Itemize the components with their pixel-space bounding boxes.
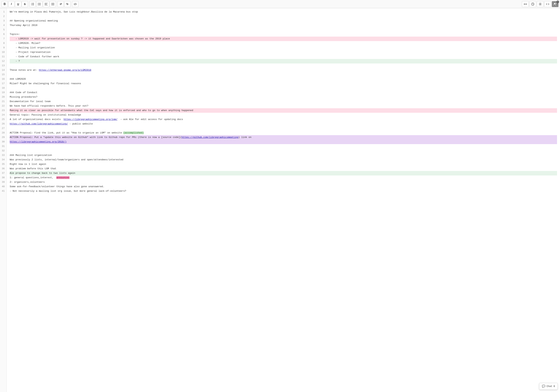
line-25: A lot of organizational docs exists http… [10,117,557,122]
line-number-38: 38 [0,175,5,180]
line-13 [10,63,557,68]
line-11: - Code of Conduct further work [10,54,557,59]
redo-button[interactable]: ↻ [64,1,70,7]
line-9: - Mailing list organization [10,46,557,50]
line-number-14: 14 [0,68,5,72]
unordered-list-button[interactable] [36,1,42,7]
line-number-3: 3 [0,19,5,23]
github-source-link[interactable]: https://github.com/libregraphicsmeeting [182,136,238,139]
toolbar-right: 2 [522,1,559,7]
ordered-list-button[interactable]: 1 2 3 [30,1,36,7]
line-number-19: 19 [0,90,5,95]
line-number-26: 26 [0,122,5,126]
line-number-23: 23 [0,108,5,113]
clock-button[interactable] [529,1,536,7]
line-20: Missing procedures? [10,95,557,99]
import-export-button[interactable] [522,1,529,7]
toolbar: B I U S 1 2 3 [0,0,560,8]
line-number-18: 18 [0,86,5,90]
strikethrough-button[interactable]: S [22,1,28,7]
line-number-17: 17 [0,81,5,86]
line-17: Milan? Might be challenging for finanica… [10,81,557,86]
lgm2018-link[interactable]: https://libregraphicsmeeting.org/2018/) [10,140,66,143]
content-area[interactable]: We're meeting in Plaza del Pumarejo, San… [7,8,560,392]
line-number-22: 22 [0,104,5,108]
line-10: - Project representation [10,50,557,54]
line-number-34: 34 [0,158,5,162]
line-1: We're meeting in Plaza del Pumarejo, San… [10,10,557,14]
line-41: - Not neccesarily a mailing list org iss… [10,189,557,193]
line-number-28: 28 [0,131,5,135]
chat-icon: 💬 [542,384,545,388]
collaborators-button[interactable]: 2 [552,1,559,7]
line-40: Some ask-for-feedback/volunteer things h… [10,184,557,189]
italic-button[interactable]: I [8,1,15,7]
line-number-21: 21 [0,99,5,104]
svg-text:3: 3 [31,4,32,5]
svg-point-10 [38,4,39,4]
line-38: 1: general questions,interest, announces [10,175,557,180]
line-number-33: 33 [0,153,5,158]
svg-line-22 [533,4,533,4]
line-number-10: 10 [0,50,5,54]
line-number-2: 2 [0,14,5,19]
line-30: https://libregraphicsmeeting.org/2018/) [10,140,557,144]
line-7: - LGM2019 -> wait for presentation on su… [10,37,557,41]
line-36: Was problem before this LGM that [10,167,557,171]
line-number-1: 1 [0,10,5,14]
line-number-24: 24 [0,113,5,117]
align-justify-button[interactable] [50,1,56,7]
undo-button[interactable]: ↺ [58,1,64,7]
bold-button[interactable]: B [1,1,8,7]
line-26: https://github.com/libregraphicsmeeting/… [10,122,557,126]
line-28: ACTION Proposal: Find the link, put it a… [10,131,557,135]
line-number-29: 29 [0,135,5,140]
github-link[interactable]: https://github.com/libregraphicsmeeting/ [10,122,68,125]
svg-point-23 [540,4,541,5]
line-number-4: 4 [0,23,5,28]
line-number-30: 30 [0,140,5,144]
line-number-13: 13 [0,63,5,68]
line-5 [10,28,557,32]
lgm-link[interactable]: https://libregraphicsmeeting.org/lgm/ [64,118,118,121]
line-number-25: 25 [0,117,5,122]
line-32 [10,149,557,153]
svg-point-11 [38,5,39,5]
line-numbers: 1234567891011121314151617181920212223242… [0,8,7,392]
line-15 [10,72,557,77]
line-27 [10,126,557,131]
embed-button[interactable] [72,1,78,7]
etherpad-link[interactable]: https://etherpad.gnome.org/p/LGM2018 [39,69,91,71]
line-number-7: 7 [0,37,5,41]
line-number-27: 27 [0,126,5,131]
line-number-39: 39 [0,180,5,184]
line-39: 2: organizers,volunteers [10,180,557,184]
line-number-20: 20 [0,95,5,99]
line-number-16: 16 [0,77,5,81]
line-number-5: 5 [0,28,5,32]
line-12: - ? [10,59,557,63]
line-21: Documentation for local team [10,99,557,104]
line-22: We have had official responders before. … [10,104,557,108]
history-group: ↺ ↻ [58,1,70,7]
line-number-12: 12 [0,59,5,63]
line-14: These notes are at: https://etherpad.gno… [10,68,557,72]
format-group: B I U S [1,1,28,7]
line-2 [10,14,557,19]
underline-button[interactable]: U [15,1,21,7]
line-34: Was previously 2 lists, internal/team/or… [10,158,557,162]
line-number-31: 31 [0,144,5,149]
line-number-41: 41 [0,189,5,193]
line-number-15: 15 [0,72,5,77]
align-left-button[interactable] [43,1,49,7]
chat-label: Chat [547,385,552,388]
svg-line-18 [75,3,75,5]
code-view-button[interactable] [544,1,551,7]
settings-button[interactable] [537,1,544,7]
chat-button[interactable]: 💬 Chat 0 [539,383,558,390]
line-35: Right now is 1 list again [10,162,557,167]
line-4: Thursday April 2018 [10,23,557,28]
svg-point-25 [555,3,556,4]
chat-count: 0 [553,385,555,388]
line-29: ACTION Proposal: Put a "update this webs… [10,135,557,140]
